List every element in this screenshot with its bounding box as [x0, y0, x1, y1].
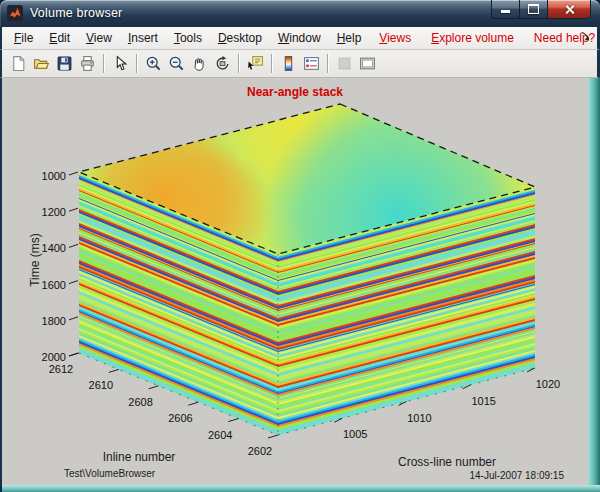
colorbar-icon — [280, 55, 297, 72]
menu-item-explore-volume[interactable]: Explore volume — [421, 29, 524, 47]
pan-button[interactable] — [188, 52, 211, 75]
print-icon — [79, 55, 96, 72]
menu-bar: FileEditViewInsertToolsDesktopWindowHelp… — [0, 27, 600, 50]
data-cursor-button[interactable] — [244, 52, 267, 75]
save-floppy-icon — [56, 55, 73, 72]
menu-item-tools[interactable]: Tools — [166, 29, 210, 47]
zoom-in-icon — [145, 55, 162, 72]
time-axis-label: Time (ms) — [28, 233, 42, 287]
figure-timestamp-text: 14-Jul-2007 18:09:15 — [469, 470, 564, 481]
toolbar-separator — [238, 54, 240, 73]
window-right-border — [588, 78, 600, 485]
crossline-axis-label: Cross-line number — [398, 455, 496, 469]
maximize-icon — [528, 4, 539, 14]
zoom-out-button[interactable] — [165, 52, 188, 75]
legend-icon — [303, 55, 320, 72]
svg-text:1200: 1200 — [42, 206, 66, 218]
menu-item-help[interactable]: Help — [329, 29, 370, 47]
pointer-arrow-icon — [112, 55, 129, 72]
svg-text:1600: 1600 — [42, 279, 66, 291]
toolbar-separator — [103, 54, 105, 73]
svg-text:2606: 2606 — [168, 412, 192, 424]
svg-text:1015: 1015 — [472, 395, 496, 407]
svg-text:1010: 1010 — [407, 412, 431, 424]
svg-text:1020: 1020 — [536, 378, 560, 390]
insert-legend-button[interactable] — [300, 52, 323, 75]
edit-plot-button[interactable] — [109, 52, 132, 75]
show-plot-tools-button[interactable] — [356, 52, 379, 75]
hand-icon — [191, 55, 208, 72]
inline-axis-label: Inline number — [103, 450, 176, 464]
rotate-3d-icon — [214, 55, 231, 72]
menu-item-desktop[interactable]: Desktop — [210, 29, 270, 47]
svg-text:1005: 1005 — [343, 428, 367, 440]
new-document-icon — [10, 55, 27, 72]
menu-item-views[interactable]: Views — [369, 29, 421, 47]
menu-item-file[interactable]: File — [6, 29, 41, 47]
rotate-3d-button[interactable] — [211, 52, 234, 75]
hide-plot-tools-button[interactable] — [333, 52, 356, 75]
window-title: Volume browser — [30, 6, 122, 20]
volume-browser-window: Volume browser FileEditViewInsertToolsDe… — [0, 0, 600, 492]
data-cursor-icon — [247, 55, 264, 72]
close-icon — [564, 4, 575, 15]
menu-item-window[interactable]: Window — [270, 29, 329, 47]
figure-toolbar — [0, 50, 600, 78]
toolbar-separator — [136, 54, 138, 73]
svg-text:2000: 2000 — [42, 351, 66, 363]
zoom-out-icon — [168, 55, 185, 72]
figure-canvas: 1000120014001600180020002612261026082606… — [2, 78, 588, 485]
hide-plot-tools-icon — [336, 55, 353, 72]
new-figure-button[interactable] — [7, 52, 30, 75]
svg-text:2608: 2608 — [128, 396, 152, 408]
open-folder-icon — [33, 55, 50, 72]
minimize-button[interactable] — [491, 0, 520, 19]
maximize-button[interactable] — [520, 0, 548, 19]
zoom-in-button[interactable] — [142, 52, 165, 75]
caption-buttons — [491, 0, 591, 19]
svg-text:2604: 2604 — [208, 429, 232, 441]
seismic-volume-plot[interactable]: 1000120014001600180020002612261026082606… — [2, 78, 588, 485]
open-file-button[interactable] — [30, 52, 53, 75]
title-bar[interactable]: Volume browser — [0, 0, 600, 27]
svg-text:1400: 1400 — [42, 242, 66, 254]
window-bottom-border — [2, 485, 600, 492]
svg-text:1800: 1800 — [42, 315, 66, 327]
menu-item-edit[interactable]: Edit — [41, 29, 78, 47]
insert-colorbar-button[interactable] — [277, 52, 300, 75]
save-figure-button[interactable] — [53, 52, 76, 75]
matlab-logo-icon — [7, 5, 23, 21]
menu-overflow-arrow-icon[interactable] — [580, 31, 591, 45]
toolbar-separator — [271, 54, 273, 73]
menu-item-insert[interactable]: Insert — [120, 29, 166, 47]
menu-item-view[interactable]: View — [78, 29, 120, 47]
svg-text:2612: 2612 — [49, 363, 73, 375]
figure-tag-text: Test\VolumeBrowser — [64, 468, 155, 479]
svg-text:2602: 2602 — [248, 445, 272, 457]
show-plot-tools-icon — [359, 55, 376, 72]
toolbar-separator — [327, 54, 329, 73]
close-button[interactable] — [548, 0, 591, 19]
svg-text:1000: 1000 — [42, 170, 66, 182]
minimize-icon — [501, 10, 510, 13]
svg-text:2610: 2610 — [89, 379, 113, 391]
plot-title: Near-angle stack — [2, 85, 588, 99]
print-figure-button[interactable] — [76, 52, 99, 75]
